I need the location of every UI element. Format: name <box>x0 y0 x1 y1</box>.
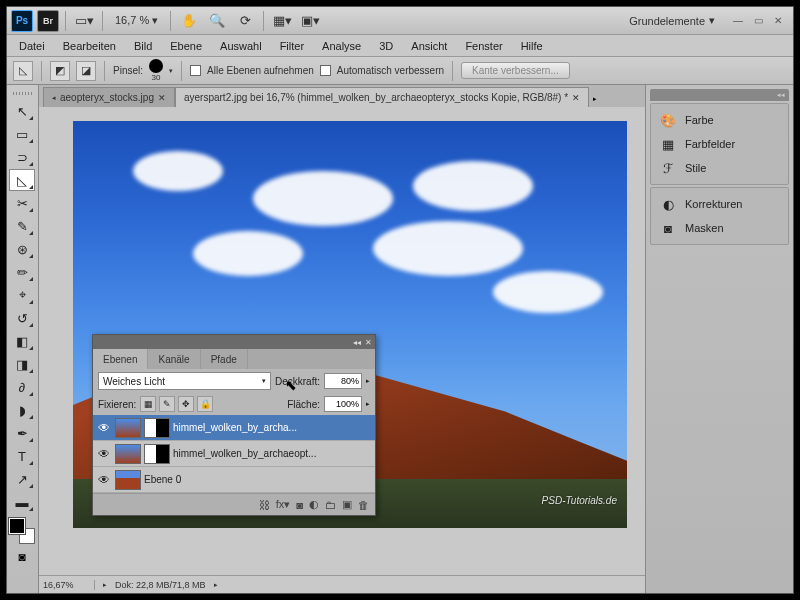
close-icon[interactable]: ✕ <box>771 14 785 28</box>
layer-row-2[interactable]: 👁 himmel_wolken_by_archaeopt... <box>93 441 375 467</box>
marquee-tool-icon[interactable]: ▭ <box>9 123 35 145</box>
stamp-tool-icon[interactable]: ⌖ <box>9 284 35 306</box>
document-tab-1[interactable]: ◂ aeopteryx_stocks.jpg ✕ <box>43 87 175 107</box>
zoom-tool-icon[interactable]: 🔍 <box>205 10 229 32</box>
quick-mask-icon[interactable]: ◙ <box>9 547 35 567</box>
fill-input[interactable] <box>324 396 362 412</box>
rotate-view-icon[interactable]: ⟳ <box>233 10 257 32</box>
document-tab-2[interactable]: ayerspart2.jpg bei 16,7% (himmel_wolken_… <box>175 87 589 107</box>
opacity-input[interactable] <box>324 373 362 389</box>
minimize-icon[interactable]: — <box>731 14 745 28</box>
ps-logo-icon[interactable]: Ps <box>11 10 33 32</box>
layer-mask-icon[interactable]: ◙ <box>296 499 303 511</box>
status-doc-arrow-icon[interactable]: ▸ <box>103 581 107 589</box>
bridge-icon[interactable]: Br <box>37 10 59 32</box>
panel-farbe[interactable]: 🎨Farbe <box>651 108 788 132</box>
layer-2-thumbnail[interactable] <box>115 444 141 464</box>
layers-panel-header[interactable]: ◂◂ ✕ <box>93 335 375 349</box>
lock-position-icon[interactable]: ✥ <box>178 396 194 412</box>
type-tool-icon[interactable]: T <box>9 445 35 467</box>
delete-layer-icon[interactable]: 🗑 <box>358 499 369 511</box>
brush-tool-icon[interactable]: ✏ <box>9 261 35 283</box>
menu-bearbeiten[interactable]: Bearbeiten <box>55 37 124 55</box>
menu-fenster[interactable]: Fenster <box>457 37 510 55</box>
layer-fx-icon[interactable]: fx▾ <box>276 498 291 511</box>
menu-ebene[interactable]: Ebene <box>162 37 210 55</box>
status-zoom[interactable]: 16,67% <box>43 580 95 590</box>
crop-tool-icon[interactable]: ✂ <box>9 192 35 214</box>
tab-pfade[interactable]: Pfade <box>201 349 248 369</box>
dodge-tool-icon[interactable]: ◗ <box>9 399 35 421</box>
screen-mode-icon[interactable]: ▣▾ <box>298 10 322 32</box>
layer-3-name[interactable]: Ebene 0 <box>144 474 372 485</box>
adjustment-layer-icon[interactable]: ◐ <box>309 498 319 511</box>
link-layers-icon[interactable]: ⛓ <box>259 499 270 511</box>
brush-preset-picker[interactable]: 30 <box>149 59 163 82</box>
menu-auswahl[interactable]: Auswahl <box>212 37 270 55</box>
panel-close-icon[interactable]: ✕ <box>365 338 372 347</box>
layer-1-visibility-icon[interactable]: 👁 <box>96 421 112 435</box>
sel-sub-icon[interactable]: ◪ <box>76 61 96 81</box>
panel-masken[interactable]: ◙Masken <box>651 216 788 240</box>
path-select-tool-icon[interactable]: ↗ <box>9 468 35 490</box>
layer-1-thumbnail[interactable] <box>115 418 141 438</box>
foreground-color-swatch[interactable] <box>9 518 25 534</box>
layer-group-icon[interactable]: 🗀 <box>325 499 336 511</box>
eyedropper-tool-icon[interactable]: ✎ <box>9 215 35 237</box>
layer-2-mask-thumbnail[interactable] <box>144 444 170 464</box>
gradient-tool-icon[interactable]: ◨ <box>9 353 35 375</box>
panel-korrekturen[interactable]: ◐Korrekturen <box>651 192 788 216</box>
panel-farbfelder[interactable]: ▦Farbfelder <box>651 132 788 156</box>
layer-1-mask-thumbnail[interactable] <box>144 418 170 438</box>
panel-stile[interactable]: ℱStile <box>651 156 788 180</box>
color-swatches[interactable] <box>9 518 35 544</box>
blend-mode-select[interactable]: Weiches Licht▾ <box>98 372 271 390</box>
layout-menu-icon[interactable]: ▭▾ <box>72 10 96 32</box>
shape-tool-icon[interactable]: ▬ <box>9 491 35 513</box>
tab-scroll-right-icon[interactable]: ▸ <box>589 91 601 107</box>
opacity-slider-icon[interactable]: ▸ <box>366 377 370 385</box>
menu-datei[interactable]: Datei <box>11 37 53 55</box>
layer-row-1[interactable]: 👁 himmel_wolken_by_archa... <box>93 415 375 441</box>
tab-scroll-left-icon[interactable]: ◂ <box>52 94 56 102</box>
layers-panel[interactable]: ◂◂ ✕ Ebenen Kanäle Pfade Weiches Licht▾ … <box>92 334 376 516</box>
status-menu-arrow-icon[interactable]: ▸ <box>214 581 218 589</box>
menu-analyse[interactable]: Analyse <box>314 37 369 55</box>
new-layer-icon[interactable]: ▣ <box>342 498 352 511</box>
history-brush-tool-icon[interactable]: ↺ <box>9 307 35 329</box>
tools-drag-handle[interactable] <box>9 89 36 97</box>
zoom-level-display[interactable]: 16,7 % ▾ <box>109 14 164 27</box>
layer-3-thumbnail[interactable] <box>115 470 141 490</box>
fill-slider-icon[interactable]: ▸ <box>366 400 370 408</box>
all-layers-checkbox[interactable] <box>190 65 201 76</box>
layer-3-visibility-icon[interactable]: 👁 <box>96 473 112 487</box>
panel-collapse-handle[interactable] <box>650 89 789 101</box>
layer-2-name[interactable]: himmel_wolken_by_archaeopt... <box>173 448 372 459</box>
layer-row-3[interactable]: 👁 Ebene 0 <box>93 467 375 493</box>
refine-edge-button[interactable]: Kante verbessern... <box>461 62 570 79</box>
workspace-switcher[interactable]: Grundelemente▾ <box>621 14 723 27</box>
maximize-icon[interactable]: ▭ <box>751 14 765 28</box>
arrange-docs-icon[interactable]: ▦▾ <box>270 10 294 32</box>
tab-2-close-icon[interactable]: ✕ <box>572 93 580 103</box>
eraser-tool-icon[interactable]: ◧ <box>9 330 35 352</box>
sel-add-icon[interactable]: ◩ <box>50 61 70 81</box>
layer-2-visibility-icon[interactable]: 👁 <box>96 447 112 461</box>
menu-bild[interactable]: Bild <box>126 37 160 55</box>
layer-1-name[interactable]: himmel_wolken_by_archa... <box>173 422 372 433</box>
tab-kanale[interactable]: Kanäle <box>148 349 200 369</box>
menu-ansicht[interactable]: Ansicht <box>403 37 455 55</box>
lasso-tool-icon[interactable]: ⊃ <box>9 146 35 168</box>
tab-ebenen[interactable]: Ebenen <box>93 349 148 369</box>
panel-menu-icon[interactable]: ◂◂ <box>353 338 361 347</box>
move-tool-icon[interactable]: ↖ <box>9 100 35 122</box>
lock-all-icon[interactable]: 🔒 <box>197 396 213 412</box>
hand-tool-icon[interactable]: ✋ <box>177 10 201 32</box>
menu-3d[interactable]: 3D <box>371 37 401 55</box>
lock-pixels-icon[interactable]: ✎ <box>159 396 175 412</box>
healing-tool-icon[interactable]: ⊛ <box>9 238 35 260</box>
menu-hilfe[interactable]: Hilfe <box>513 37 551 55</box>
blur-tool-icon[interactable]: ∂ <box>9 376 35 398</box>
brush-dropdown-icon[interactable]: ▾ <box>169 67 173 75</box>
quick-select-tool-icon[interactable]: ◺ <box>9 169 35 191</box>
